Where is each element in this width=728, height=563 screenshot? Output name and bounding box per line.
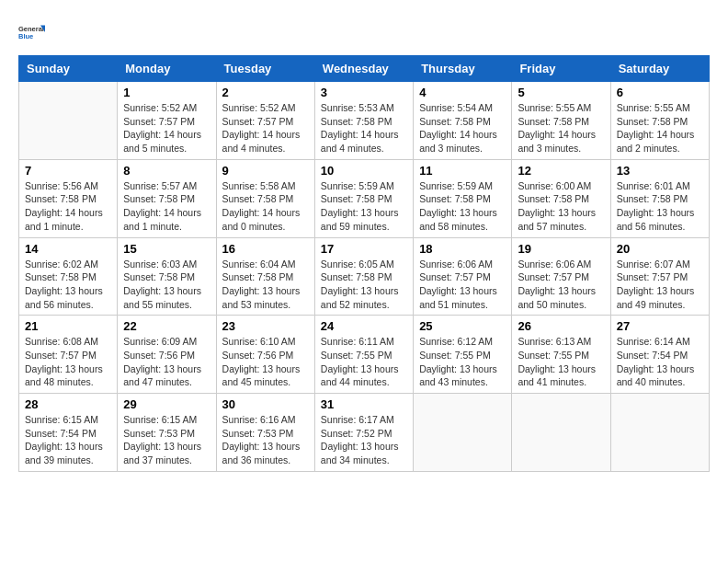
weekday-header-friday: Friday xyxy=(512,56,610,82)
day-number: 29 xyxy=(123,397,210,411)
day-number: 15 xyxy=(123,242,210,256)
calendar-cell: 6Sunrise: 5:55 AM Sunset: 7:58 PM Daylig… xyxy=(610,82,709,160)
day-info: Sunrise: 6:10 AM Sunset: 7:56 PM Dayligh… xyxy=(222,335,309,389)
calendar-cell: 16Sunrise: 6:04 AM Sunset: 7:58 PM Dayli… xyxy=(216,237,314,316)
day-info: Sunrise: 5:55 AM Sunset: 7:58 PM Dayligh… xyxy=(518,101,604,155)
calendar-cell: 31Sunrise: 6:17 AM Sunset: 7:52 PM Dayli… xyxy=(314,394,413,472)
calendar-cell: 26Sunrise: 6:13 AM Sunset: 7:55 PM Dayli… xyxy=(512,316,610,394)
calendar-week-3: 14Sunrise: 6:02 AM Sunset: 7:58 PM Dayli… xyxy=(19,237,710,316)
day-info: Sunrise: 6:04 AM Sunset: 7:58 PM Dayligh… xyxy=(222,258,309,312)
day-number: 14 xyxy=(25,242,111,256)
day-number: 3 xyxy=(321,86,407,99)
day-number: 21 xyxy=(25,319,111,333)
day-number: 25 xyxy=(419,319,506,333)
day-info: Sunrise: 6:00 AM Sunset: 7:58 PM Dayligh… xyxy=(518,179,604,234)
calendar-week-4: 21Sunrise: 6:08 AM Sunset: 7:57 PM Dayli… xyxy=(19,316,710,394)
calendar-cell: 23Sunrise: 6:10 AM Sunset: 7:56 PM Dayli… xyxy=(216,316,314,394)
calendar-cell: 19Sunrise: 6:06 AM Sunset: 7:57 PM Dayli… xyxy=(512,237,610,316)
day-number: 23 xyxy=(222,319,309,333)
day-info: Sunrise: 6:06 AM Sunset: 7:57 PM Dayligh… xyxy=(419,258,506,312)
weekday-header-thursday: Thursday xyxy=(414,56,512,82)
day-number: 22 xyxy=(123,319,210,333)
day-number: 5 xyxy=(518,86,604,99)
day-number: 8 xyxy=(123,164,210,178)
calendar-cell: 14Sunrise: 6:02 AM Sunset: 7:58 PM Dayli… xyxy=(19,237,118,316)
calendar-cell: 24Sunrise: 6:11 AM Sunset: 7:55 PM Dayli… xyxy=(314,316,413,394)
day-info: Sunrise: 6:01 AM Sunset: 7:58 PM Dayligh… xyxy=(617,179,703,234)
day-number: 28 xyxy=(25,397,111,411)
calendar-cell xyxy=(414,394,512,472)
calendar-cell: 5Sunrise: 5:55 AM Sunset: 7:58 PM Daylig… xyxy=(512,82,610,160)
day-number: 18 xyxy=(419,242,506,256)
day-number: 17 xyxy=(321,242,407,256)
calendar-cell: 27Sunrise: 6:14 AM Sunset: 7:54 PM Dayli… xyxy=(610,316,709,394)
day-number: 30 xyxy=(222,397,309,411)
svg-text:Blue: Blue xyxy=(18,32,33,40)
day-info: Sunrise: 6:13 AM Sunset: 7:55 PM Dayligh… xyxy=(518,335,604,389)
calendar-cell: 28Sunrise: 6:15 AM Sunset: 7:54 PM Dayli… xyxy=(19,394,118,472)
calendar-cell: 4Sunrise: 5:54 AM Sunset: 7:58 PM Daylig… xyxy=(414,82,512,160)
day-info: Sunrise: 6:15 AM Sunset: 7:54 PM Dayligh… xyxy=(25,413,111,467)
page-header: GeneralBlue xyxy=(18,18,710,46)
day-number: 20 xyxy=(617,242,703,256)
day-number: 16 xyxy=(222,242,309,256)
calendar-cell: 13Sunrise: 6:01 AM Sunset: 7:58 PM Dayli… xyxy=(610,159,709,237)
calendar-header-row: SundayMondayTuesdayWednesdayThursdayFrid… xyxy=(19,56,710,82)
day-info: Sunrise: 6:08 AM Sunset: 7:57 PM Dayligh… xyxy=(25,335,111,389)
day-info: Sunrise: 6:14 AM Sunset: 7:54 PM Dayligh… xyxy=(617,335,703,389)
day-info: Sunrise: 6:02 AM Sunset: 7:58 PM Dayligh… xyxy=(25,258,111,312)
calendar-cell: 29Sunrise: 6:15 AM Sunset: 7:53 PM Dayli… xyxy=(118,394,216,472)
calendar-cell xyxy=(610,394,709,472)
day-info: Sunrise: 5:52 AM Sunset: 7:57 PM Dayligh… xyxy=(123,101,210,155)
calendar-cell: 3Sunrise: 5:53 AM Sunset: 7:58 PM Daylig… xyxy=(314,82,413,160)
calendar-cell: 15Sunrise: 6:03 AM Sunset: 7:58 PM Dayli… xyxy=(118,237,216,316)
day-info: Sunrise: 5:54 AM Sunset: 7:58 PM Dayligh… xyxy=(419,101,506,155)
day-number: 9 xyxy=(222,164,309,178)
day-number: 2 xyxy=(222,86,309,99)
day-info: Sunrise: 5:57 AM Sunset: 7:58 PM Dayligh… xyxy=(123,179,210,234)
day-info: Sunrise: 6:11 AM Sunset: 7:55 PM Dayligh… xyxy=(321,335,407,389)
day-number: 27 xyxy=(617,319,703,333)
day-number: 31 xyxy=(321,397,407,411)
calendar-cell: 18Sunrise: 6:06 AM Sunset: 7:57 PM Dayli… xyxy=(414,237,512,316)
weekday-header-tuesday: Tuesday xyxy=(216,56,314,82)
calendar-cell: 22Sunrise: 6:09 AM Sunset: 7:56 PM Dayli… xyxy=(118,316,216,394)
day-number: 24 xyxy=(321,319,407,333)
day-number: 11 xyxy=(419,164,506,178)
day-number: 10 xyxy=(321,164,407,178)
logo: GeneralBlue xyxy=(18,18,46,46)
day-number: 13 xyxy=(617,164,703,178)
calendar-cell: 11Sunrise: 5:59 AM Sunset: 7:58 PM Dayli… xyxy=(414,159,512,237)
day-info: Sunrise: 6:16 AM Sunset: 7:53 PM Dayligh… xyxy=(222,413,309,467)
weekday-header-saturday: Saturday xyxy=(610,56,709,82)
day-info: Sunrise: 5:53 AM Sunset: 7:58 PM Dayligh… xyxy=(321,101,407,155)
calendar-week-1: 1Sunrise: 5:52 AM Sunset: 7:57 PM Daylig… xyxy=(19,82,710,160)
calendar-cell: 12Sunrise: 6:00 AM Sunset: 7:58 PM Dayli… xyxy=(512,159,610,237)
calendar-cell: 9Sunrise: 5:58 AM Sunset: 7:58 PM Daylig… xyxy=(216,159,314,237)
weekday-header-monday: Monday xyxy=(118,56,216,82)
calendar-cell: 8Sunrise: 5:57 AM Sunset: 7:58 PM Daylig… xyxy=(118,159,216,237)
calendar-cell: 7Sunrise: 5:56 AM Sunset: 7:58 PM Daylig… xyxy=(19,159,118,237)
day-info: Sunrise: 5:59 AM Sunset: 7:58 PM Dayligh… xyxy=(419,179,506,234)
day-info: Sunrise: 6:17 AM Sunset: 7:52 PM Dayligh… xyxy=(321,413,407,467)
day-info: Sunrise: 6:09 AM Sunset: 7:56 PM Dayligh… xyxy=(123,335,210,389)
calendar-week-2: 7Sunrise: 5:56 AM Sunset: 7:58 PM Daylig… xyxy=(19,159,710,237)
calendar-cell: 1Sunrise: 5:52 AM Sunset: 7:57 PM Daylig… xyxy=(118,82,216,160)
day-info: Sunrise: 5:55 AM Sunset: 7:58 PM Dayligh… xyxy=(617,101,703,155)
calendar-week-5: 28Sunrise: 6:15 AM Sunset: 7:54 PM Dayli… xyxy=(19,394,710,472)
weekday-header-sunday: Sunday xyxy=(19,56,118,82)
day-info: Sunrise: 6:12 AM Sunset: 7:55 PM Dayligh… xyxy=(419,335,506,389)
day-number: 1 xyxy=(123,86,210,99)
day-info: Sunrise: 6:05 AM Sunset: 7:58 PM Dayligh… xyxy=(321,258,407,312)
day-info: Sunrise: 6:06 AM Sunset: 7:57 PM Dayligh… xyxy=(518,258,604,312)
day-number: 26 xyxy=(518,319,604,333)
day-number: 12 xyxy=(518,164,604,178)
calendar-cell: 25Sunrise: 6:12 AM Sunset: 7:55 PM Dayli… xyxy=(414,316,512,394)
day-info: Sunrise: 5:58 AM Sunset: 7:58 PM Dayligh… xyxy=(222,179,309,234)
calendar-cell xyxy=(19,82,118,160)
day-info: Sunrise: 6:15 AM Sunset: 7:53 PM Dayligh… xyxy=(123,413,210,467)
day-number: 19 xyxy=(518,242,604,256)
calendar-cell xyxy=(512,394,610,472)
calendar-table: SundayMondayTuesdayWednesdayThursdayFrid… xyxy=(18,55,710,472)
calendar-cell: 17Sunrise: 6:05 AM Sunset: 7:58 PM Dayli… xyxy=(314,237,413,316)
